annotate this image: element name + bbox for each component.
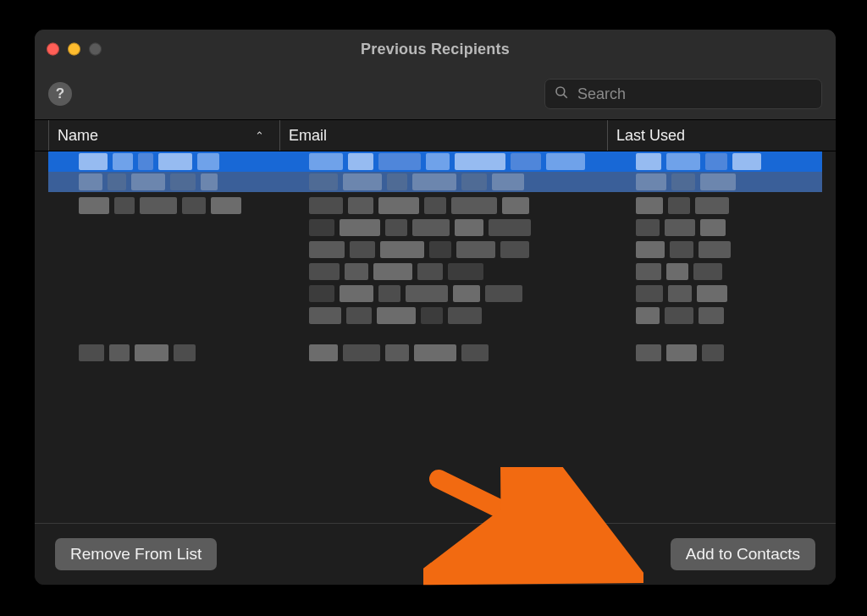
- cell-email: [301, 239, 627, 260]
- sort-ascending-icon: ⌃: [255, 129, 264, 142]
- close-icon[interactable]: [47, 43, 59, 56]
- column-header-email-label: Email: [289, 127, 327, 145]
- cell-name: [48, 151, 301, 172]
- cell-email: [301, 217, 627, 238]
- cell-last-used: [627, 217, 822, 238]
- table-row[interactable]: [48, 239, 822, 260]
- table-body[interactable]: [35, 151, 836, 523]
- cell-name: [48, 195, 301, 216]
- column-header-last-used[interactable]: Last Used: [607, 120, 822, 151]
- table-row[interactable]: [48, 151, 822, 172]
- window-title: Previous Recipients: [361, 41, 510, 58]
- help-button[interactable]: ?: [48, 82, 72, 106]
- table-row[interactable]: [48, 195, 822, 216]
- search-input[interactable]: [576, 85, 813, 104]
- cell-email: [301, 195, 627, 216]
- cell-last-used: [627, 195, 822, 216]
- cell-last-used: [627, 239, 822, 260]
- help-icon: ?: [56, 85, 64, 102]
- window-controls: [47, 43, 102, 56]
- cell-email: [301, 172, 627, 192]
- footer: Remove From List Add to Contacts: [35, 523, 836, 585]
- column-header-last-used-label: Last Used: [616, 127, 685, 145]
- column-header-name-label: Name: [58, 127, 98, 145]
- table-row[interactable]: [48, 305, 822, 326]
- column-header-email[interactable]: Email: [279, 120, 607, 151]
- cell-last-used: [627, 151, 822, 172]
- svg-point-0: [556, 87, 565, 96]
- cell-last-used: [627, 305, 822, 326]
- cell-last-used: [627, 172, 822, 192]
- table-row[interactable]: [48, 283, 822, 304]
- search-field[interactable]: [544, 79, 822, 109]
- table-row[interactable]: [48, 217, 822, 238]
- table-row[interactable]: [48, 261, 822, 282]
- cell-email: [301, 283, 627, 304]
- toolbar: ?: [35, 69, 836, 120]
- search-icon: [554, 85, 569, 103]
- cell-name: [48, 172, 301, 192]
- cell-email: [301, 151, 627, 172]
- cell-email: [301, 305, 627, 326]
- add-to-contacts-button[interactable]: Add to Contacts: [671, 538, 815, 570]
- cell-last-used: [627, 283, 822, 304]
- svg-line-1: [564, 95, 567, 98]
- cell-last-used: [627, 261, 822, 282]
- titlebar[interactable]: Previous Recipients: [35, 30, 836, 69]
- table-row[interactable]: [48, 172, 822, 192]
- previous-recipients-window: Previous Recipients ? Name ⌃ Email: [34, 29, 837, 586]
- table-header: Name ⌃ Email Last Used: [35, 120, 836, 151]
- table-row[interactable]: [48, 343, 822, 363]
- cell-name: [48, 343, 301, 363]
- cell-last-used: [627, 343, 822, 363]
- zoom-icon[interactable]: [89, 43, 102, 56]
- column-header-name[interactable]: Name ⌃: [48, 120, 279, 151]
- minimize-icon[interactable]: [68, 43, 80, 56]
- cell-email: [301, 261, 627, 282]
- cell-email: [301, 343, 627, 363]
- remove-from-list-button[interactable]: Remove From List: [55, 538, 217, 570]
